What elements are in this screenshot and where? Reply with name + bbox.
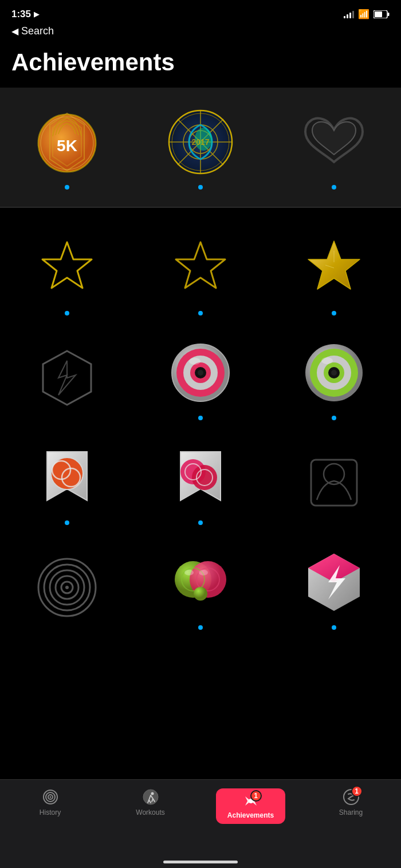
grid-badge-bookmark-red[interactable] (133, 429, 267, 534)
back-nav[interactable]: ◀ Search (0, 25, 401, 43)
svg-point-55 (65, 586, 69, 589)
svg-point-62 (199, 570, 208, 575)
back-arrow-icon: ◀ (11, 26, 18, 37)
svg-point-60 (194, 587, 207, 601)
grid-badge-green-circle[interactable] (268, 324, 401, 429)
svg-text:5K: 5K (57, 137, 77, 155)
badge-heart-item[interactable] (297, 105, 371, 190)
grid-badge-star-filled[interactable] (268, 219, 401, 324)
badge-heart-image (297, 105, 371, 179)
status-time: 1:35 ▶ (11, 9, 39, 20)
grid-badge-square-outline[interactable] (268, 429, 401, 534)
history-icon (42, 788, 59, 806)
grid-badge-green-ball[interactable] (133, 534, 267, 638)
status-icons: 📶 (344, 9, 390, 19)
grid-badge-pink-hex[interactable] (268, 534, 401, 638)
svg-point-70 (151, 792, 154, 795)
signal-icon (344, 10, 354, 18)
badge-grid (0, 214, 401, 644)
tab-history[interactable]: History (0, 786, 100, 816)
status-bar: 1:35 ▶ 📶 (0, 0, 401, 25)
time-display: 1:35 (11, 9, 31, 20)
grid-badge-star2[interactable] (133, 219, 267, 324)
svg-point-32 (189, 358, 200, 365)
grid-badge-hexagon[interactable] (0, 324, 133, 429)
sharing-badge-count: 1 (351, 786, 363, 797)
main-section (0, 208, 401, 650)
grid-badge-pink-circle[interactable] (133, 324, 267, 429)
badge-dot-2017 (198, 185, 203, 190)
svg-marker-21 (308, 241, 360, 289)
badge-5k-item[interactable]: 5K (30, 105, 104, 190)
grid-badge-star1[interactable] (0, 219, 133, 324)
back-label: Search (21, 25, 54, 37)
page-title: Achievements (0, 43, 401, 88)
achievements-badge-count: 1 (250, 790, 262, 802)
grid-badge-rings[interactable] (0, 534, 133, 638)
tab-sharing[interactable]: 1 Sharing (301, 786, 401, 816)
tab-workouts[interactable]: Workouts (100, 786, 200, 816)
tab-achievements-label: Achievements (227, 811, 274, 819)
svg-point-39 (321, 357, 333, 364)
tab-history-label: History (40, 808, 61, 816)
badge-5k-image: 5K (30, 105, 104, 179)
battery-icon (374, 10, 390, 18)
home-indicator (163, 861, 238, 863)
workouts-icon (142, 788, 159, 806)
location-icon: ▶ (34, 10, 39, 18)
badge-2017-item[interactable]: 2017 (163, 105, 238, 190)
svg-point-31 (198, 370, 203, 376)
svg-point-45 (192, 465, 217, 490)
svg-rect-2 (388, 13, 390, 16)
badge-2017-image: 2017 (163, 105, 238, 179)
tab-sharing-label: Sharing (339, 808, 363, 816)
svg-point-61 (184, 570, 194, 575)
badge-dot-5k (65, 185, 69, 190)
svg-point-68 (49, 796, 51, 798)
svg-marker-20 (176, 242, 225, 288)
svg-point-38 (331, 370, 337, 376)
wifi-icon: 📶 (358, 9, 369, 19)
grid-badge-bookmark-orange[interactable] (0, 429, 133, 534)
svg-rect-1 (375, 11, 382, 17)
tab-workouts-label: Workouts (136, 808, 164, 816)
tab-achievements[interactable]: 1 Achievements (200, 786, 301, 824)
svg-marker-19 (42, 242, 92, 288)
top-badges-section: 5K (0, 88, 401, 207)
badge-dot-heart (332, 185, 336, 190)
svg-text:2017: 2017 (191, 137, 209, 147)
tab-bar: History Workouts 1 Ac (0, 779, 401, 868)
